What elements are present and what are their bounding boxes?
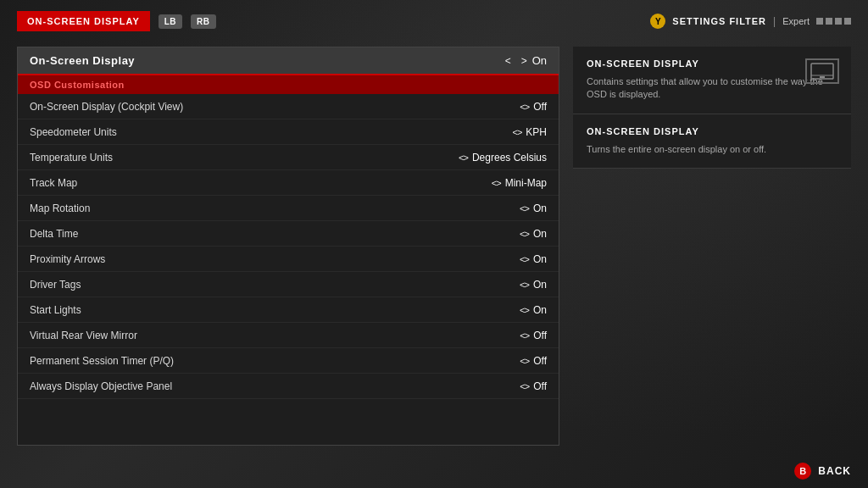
table-row[interactable]: Delta Time < > On bbox=[18, 221, 559, 247]
table-row[interactable]: On-Screen Display (Cockpit View) < > Off bbox=[18, 94, 559, 119]
filter-value: Expert bbox=[782, 16, 810, 26]
row-value-4: < > On bbox=[520, 202, 547, 214]
row-value-11: < > Off bbox=[520, 380, 547, 392]
row-value-10: < > Off bbox=[520, 355, 547, 367]
info-desc-2: Turns the entire on-screen display on or… bbox=[587, 143, 837, 156]
back-label: BACK bbox=[818, 465, 851, 477]
header-value-text: On bbox=[532, 54, 547, 67]
grid-icons[interactable] bbox=[816, 18, 851, 25]
chevrons-0: < > bbox=[520, 102, 528, 112]
chevrons-11: < > bbox=[520, 381, 528, 391]
table-row[interactable]: Driver Tags < > On bbox=[18, 272, 559, 297]
chevrons-1: < > bbox=[512, 127, 520, 137]
row-label-9: Virtual Rear View Mirror bbox=[30, 330, 137, 341]
chevrons-9: < > bbox=[520, 330, 528, 341]
row-value-text-1: KPH bbox=[526, 126, 547, 138]
table-row[interactable]: Permanent Session Timer (P/Q) < > Off bbox=[18, 348, 559, 374]
section-label: OSD Customisation bbox=[18, 75, 559, 94]
row-value-text-11: Off bbox=[533, 380, 547, 392]
row-value-7: < > On bbox=[520, 279, 547, 291]
row-value-9: < > Off bbox=[520, 330, 547, 341]
filter-divider: | bbox=[773, 15, 776, 27]
row-value-text-4: On bbox=[533, 202, 547, 214]
row-value-text-8: On bbox=[533, 304, 547, 316]
row-value-text-0: Off bbox=[533, 101, 547, 113]
grid-icon-4 bbox=[844, 18, 851, 25]
settings-filter-label: SETTINGS FILTER bbox=[672, 16, 766, 26]
table-row[interactable]: Start Lights < > On bbox=[18, 297, 559, 323]
grid-icon-2 bbox=[826, 18, 832, 25]
settings-header-text: On-Screen Display bbox=[30, 54, 135, 67]
settings-rows-container: On-Screen Display (Cockpit View) < > Off… bbox=[18, 94, 559, 399]
right-controls: Y SETTINGS FILTER | Expert bbox=[650, 14, 851, 29]
table-row[interactable]: Track Map < > Mini-Map bbox=[18, 170, 559, 196]
row-label-6: Proximity Arrows bbox=[30, 253, 105, 265]
svg-rect-2 bbox=[820, 76, 825, 78]
settings-panel: On-Screen Display < > On OSD Customisati… bbox=[17, 47, 559, 446]
grid-icon-1 bbox=[816, 18, 823, 25]
row-label-10: Permanent Session Timer (P/Q) bbox=[30, 355, 174, 367]
chevrons-2: < > bbox=[459, 152, 467, 163]
chevrons-7: < > bbox=[520, 280, 528, 290]
table-row[interactable]: Always Display Objective Panel < > Off bbox=[18, 374, 559, 399]
row-value-text-5: On bbox=[533, 228, 547, 240]
header-value: < > On bbox=[505, 54, 547, 67]
lb-button[interactable]: LB bbox=[159, 14, 182, 29]
row-value-text-10: Off bbox=[533, 355, 547, 367]
info-title-1: ON-SCREEN DISPLAY bbox=[587, 58, 837, 69]
row-label-4: Map Rotation bbox=[30, 202, 90, 214]
table-row[interactable]: Speedometer Units < > KPH bbox=[18, 119, 559, 145]
table-row[interactable]: Temperature Units < > Degrees Celsius bbox=[18, 145, 559, 170]
bottom-bar: B BACK bbox=[794, 463, 851, 480]
row-value-8: < > On bbox=[520, 304, 547, 316]
settings-header-row[interactable]: On-Screen Display < > On bbox=[18, 47, 559, 75]
header-arrow-left[interactable]: < bbox=[505, 55, 511, 67]
row-value-6: < > On bbox=[520, 253, 547, 265]
row-label-5: Delta Time bbox=[30, 228, 78, 240]
row-value-2: < > Degrees Celsius bbox=[459, 152, 547, 164]
row-value-0: < > Off bbox=[520, 101, 547, 113]
y-button[interactable]: Y bbox=[650, 14, 665, 29]
grid-icon-3 bbox=[835, 18, 842, 25]
info-section-2: ON-SCREEN DISPLAY Turns the entire on-sc… bbox=[573, 114, 851, 169]
row-label-3: Track Map bbox=[30, 177, 77, 189]
chevrons-10: < > bbox=[520, 356, 528, 366]
row-value-5: < > On bbox=[520, 228, 547, 240]
chevrons-6: < > bbox=[520, 254, 528, 264]
row-label-2: Temperature Units bbox=[30, 152, 113, 164]
table-row[interactable]: Proximity Arrows < > On bbox=[18, 247, 559, 272]
row-value-1: < > KPH bbox=[512, 126, 547, 138]
table-row[interactable]: Virtual Rear View Mirror < > Off bbox=[18, 323, 559, 348]
row-value-text-7: On bbox=[533, 279, 547, 291]
header-arrow-right[interactable]: > bbox=[521, 55, 527, 67]
top-bar: ON-SCREEN DISPLAY LB RB Y SETTINGS FILTE… bbox=[0, 0, 868, 42]
row-value-text-9: Off bbox=[533, 330, 547, 341]
tab-label: ON-SCREEN DISPLAY bbox=[17, 11, 150, 31]
info-panel: ON-SCREEN DISPLAY Contains settings that… bbox=[573, 47, 851, 446]
osd-icon bbox=[805, 58, 839, 84]
row-label-11: Always Display Objective Panel bbox=[30, 380, 172, 392]
row-label-8: Start Lights bbox=[30, 304, 81, 316]
row-label-0: On-Screen Display (Cockpit View) bbox=[30, 101, 183, 113]
info-title-2: ON-SCREEN DISPLAY bbox=[587, 126, 837, 136]
row-label-1: Speedometer Units bbox=[30, 126, 117, 138]
row-value-text-3: Mini-Map bbox=[505, 177, 547, 189]
row-value-text-6: On bbox=[533, 253, 547, 265]
table-row[interactable]: Map Rotation < > On bbox=[18, 196, 559, 221]
info-desc-1: Contains settings that allow you to cust… bbox=[587, 75, 837, 102]
chevrons-8: < > bbox=[520, 305, 528, 315]
chevrons-3: < > bbox=[492, 178, 500, 188]
b-button[interactable]: B bbox=[794, 463, 811, 480]
row-label-7: Driver Tags bbox=[30, 279, 81, 291]
row-value-text-2: Degrees Celsius bbox=[472, 152, 547, 164]
rb-button[interactable]: RB bbox=[191, 14, 215, 29]
chevrons-5: < > bbox=[520, 229, 528, 239]
info-section-1: ON-SCREEN DISPLAY Contains settings that… bbox=[573, 47, 851, 114]
chevrons-4: < > bbox=[520, 203, 528, 214]
row-value-3: < > Mini-Map bbox=[492, 177, 547, 189]
left-controls: ON-SCREEN DISPLAY LB RB bbox=[17, 11, 216, 31]
main-layout: On-Screen Display < > On OSD Customisati… bbox=[17, 47, 851, 446]
